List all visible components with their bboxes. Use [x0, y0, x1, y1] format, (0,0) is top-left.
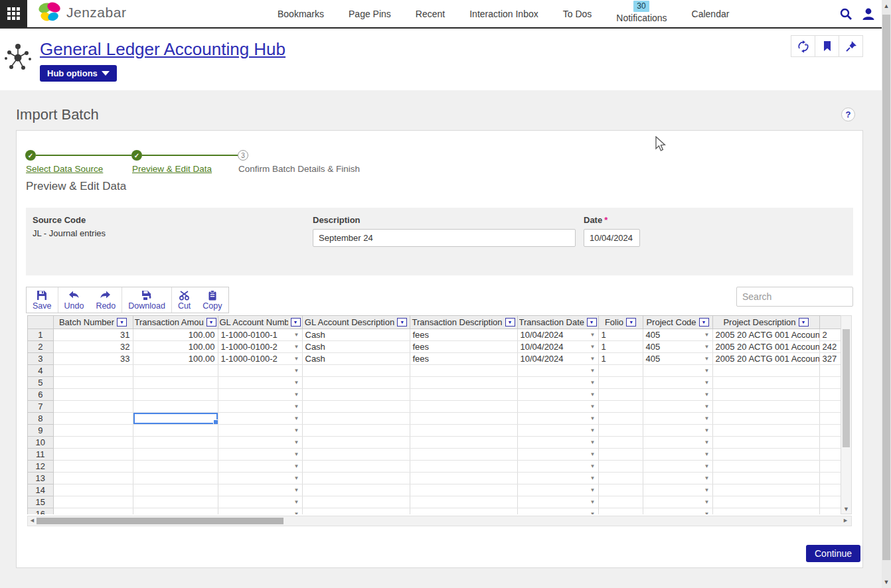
- nav-recent[interactable]: Recent: [416, 9, 445, 19]
- download-button[interactable]: Download: [122, 287, 171, 313]
- grid-cell-transaction_date[interactable]: 10/04/2024▼: [517, 352, 598, 364]
- grid-cell-folio[interactable]: [598, 448, 643, 460]
- grid-cell-project_description[interactable]: 2005 20 ACTG 001 Accoun: [712, 329, 819, 340]
- grid-cell-transaction_description[interactable]: [410, 388, 517, 400]
- grid-cell-id[interactable]: 242: [819, 340, 841, 352]
- grid-cell-project_code[interactable]: ▼: [643, 472, 712, 484]
- grid-cell-transaction_date[interactable]: ▼: [517, 364, 598, 376]
- grid-cell-batch_number[interactable]: [53, 376, 133, 388]
- grid-cell-gl_account_number[interactable]: ▼: [218, 388, 302, 400]
- cell-dropdown-icon[interactable]: ▼: [590, 344, 596, 350]
- grid-cell-gl_account_number[interactable]: ▼: [218, 436, 302, 448]
- row-number[interactable]: 11: [28, 448, 53, 460]
- row-number[interactable]: 15: [28, 496, 53, 508]
- cell-dropdown-icon[interactable]: ▼: [704, 511, 710, 515]
- row-number[interactable]: 1: [28, 329, 53, 340]
- row-number[interactable]: 6: [28, 388, 53, 400]
- cell-dropdown-icon[interactable]: ▼: [294, 487, 299, 493]
- grid-cell-transaction_date[interactable]: ▼: [517, 496, 598, 508]
- cell-dropdown-icon[interactable]: ▼: [294, 392, 299, 398]
- grid-vertical-scrollbar[interactable]: ▼: [841, 315, 852, 514]
- grid-cell-folio[interactable]: [598, 508, 643, 514]
- cell-dropdown-icon[interactable]: ▼: [590, 332, 596, 338]
- column-header-transaction_date[interactable]: Transaction Date▼: [517, 316, 598, 329]
- grid-cell-gl_account_description[interactable]: [302, 472, 410, 484]
- grid-cell-transaction_description[interactable]: [410, 376, 517, 388]
- cell-dropdown-icon[interactable]: ▼: [590, 463, 596, 469]
- grid-cell-transaction_description[interactable]: [410, 508, 517, 514]
- grid-cell-gl_account_description[interactable]: [302, 460, 410, 472]
- grid-cell-project_description[interactable]: [712, 412, 819, 424]
- grid-cell-transaction_date[interactable]: ▼: [517, 472, 598, 484]
- grid-cell-gl_account_description[interactable]: Cash: [302, 329, 410, 340]
- grid-cell-folio[interactable]: 1: [598, 352, 643, 364]
- row-number[interactable]: 9: [28, 424, 53, 436]
- grid-cell-project_code[interactable]: ▼: [643, 376, 712, 388]
- grid-cell-gl_account_description[interactable]: [302, 436, 410, 448]
- row-number[interactable]: 7: [28, 400, 53, 412]
- grid-search-input[interactable]: [736, 287, 853, 307]
- nav-bookmarks[interactable]: Bookmarks: [278, 9, 324, 19]
- grid-cell-batch_number[interactable]: 33: [53, 352, 133, 364]
- cell-dropdown-icon[interactable]: ▼: [704, 463, 710, 469]
- grid-cell-id[interactable]: [819, 460, 841, 472]
- column-header-gl_account_description[interactable]: GL Account Description▼: [302, 316, 410, 329]
- cell-dropdown-icon[interactable]: ▼: [294, 380, 299, 386]
- grid-cell-project_code[interactable]: ▼: [643, 412, 712, 424]
- grid-cell-gl_account_number[interactable]: ▼: [218, 376, 302, 388]
- cell-dropdown-icon[interactable]: ▼: [294, 475, 299, 481]
- grid-cell-transaction_date[interactable]: ▼: [517, 412, 598, 424]
- filter-icon[interactable]: ▼: [206, 318, 216, 327]
- grid-cell-project_description[interactable]: [712, 376, 819, 388]
- filter-icon[interactable]: ▼: [587, 318, 597, 327]
- page-scrollbar[interactable]: ▲ ▼: [882, 0, 891, 588]
- filter-icon[interactable]: ▼: [397, 318, 407, 327]
- grid-cell-transaction_date[interactable]: ▼: [517, 436, 598, 448]
- grid-cell-project_description[interactable]: [712, 364, 819, 376]
- grid-cell-transaction_date[interactable]: 10/04/2024▼: [517, 340, 598, 352]
- grid-cell-transaction_description[interactable]: [410, 448, 517, 460]
- cell-dropdown-icon[interactable]: ▼: [704, 368, 710, 374]
- grid-cell-gl_account_number[interactable]: ▼: [218, 412, 302, 424]
- grid-cell-gl_account_description[interactable]: [302, 400, 410, 412]
- cell-dropdown-icon[interactable]: ▼: [704, 427, 710, 433]
- grid-cell-project_code[interactable]: ▼: [643, 424, 712, 436]
- grid-cell-id[interactable]: [819, 388, 841, 400]
- cell-dropdown-icon[interactable]: ▼: [590, 511, 596, 515]
- grid-cell-gl_account_description[interactable]: [302, 376, 410, 388]
- cut-button[interactable]: Cut: [172, 287, 197, 313]
- cell-dropdown-icon[interactable]: ▼: [294, 439, 299, 445]
- grid-cell-folio[interactable]: [598, 460, 643, 472]
- bookmark-page-button[interactable]: [815, 35, 839, 57]
- cell-dropdown-icon[interactable]: ▼: [590, 451, 596, 457]
- grid-cell-project_description[interactable]: 2005 20 ACTG 001 Accoun: [712, 352, 819, 364]
- grid-scroll-right-icon[interactable]: ►: [843, 517, 849, 524]
- grid-cell-transaction_description[interactable]: [410, 436, 517, 448]
- column-header-transaction_description[interactable]: Transaction Description▼: [410, 316, 517, 329]
- grid-cell-folio[interactable]: [598, 496, 643, 508]
- grid-cell-batch_number[interactable]: [53, 424, 133, 436]
- undo-button[interactable]: Undo: [58, 287, 90, 313]
- grid-cell-project_code[interactable]: ▼: [643, 508, 712, 514]
- cell-dropdown-icon[interactable]: ▼: [294, 344, 299, 350]
- grid-cell-gl_account_description[interactable]: [302, 496, 410, 508]
- hub-options-button[interactable]: Hub options: [40, 65, 117, 82]
- grid-cell-id[interactable]: [819, 484, 841, 496]
- row-number[interactable]: 10: [28, 436, 53, 448]
- grid-cell-gl_account_number[interactable]: ▼: [218, 364, 302, 376]
- cell-dropdown-icon[interactable]: ▼: [590, 380, 596, 386]
- grid-cell-batch_number[interactable]: [53, 484, 133, 496]
- grid-cell-project_code[interactable]: ▼: [643, 484, 712, 496]
- grid-scroll-left-icon[interactable]: ◄: [29, 517, 35, 524]
- grid-cell-transaction_amount[interactable]: 100.00: [133, 352, 218, 364]
- grid-cell-transaction_description[interactable]: fees: [410, 352, 517, 364]
- grid-cell-id[interactable]: [819, 472, 841, 484]
- grid-cell-transaction_amount[interactable]: [133, 436, 218, 448]
- column-header-gl_account_number[interactable]: GL Account Number▼: [218, 316, 302, 329]
- cell-dropdown-icon[interactable]: ▼: [294, 451, 299, 457]
- cell-dropdown-icon[interactable]: ▼: [704, 380, 710, 386]
- refresh-hub-button[interactable]: +: [791, 35, 815, 57]
- cell-dropdown-icon[interactable]: ▼: [590, 427, 596, 433]
- grid-cell-folio[interactable]: 1: [598, 340, 643, 352]
- description-input[interactable]: [313, 229, 576, 247]
